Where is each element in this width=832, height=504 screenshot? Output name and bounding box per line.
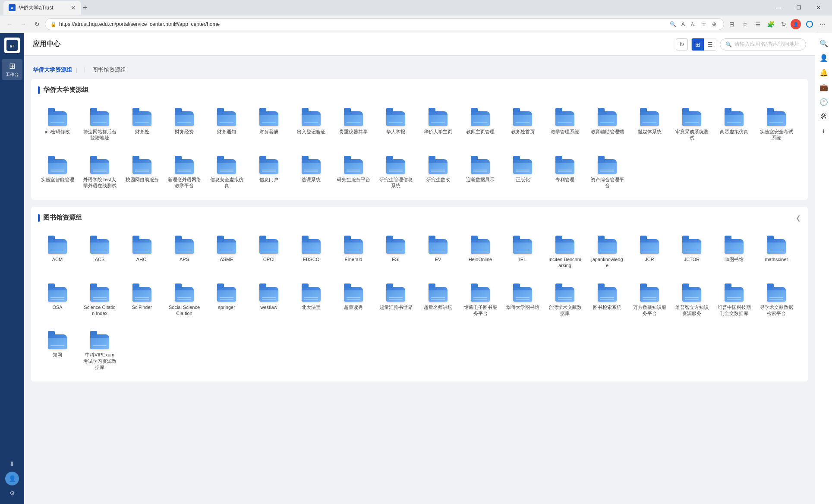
app-item-cjhssj[interactable]: 超量汇雅书世界 (376, 277, 415, 321)
settings-icon[interactable]: ⚙ (6, 487, 18, 499)
app-item-jxgls[interactable]: 教学管理系统 (545, 101, 584, 145)
app-item-cjdyx[interactable]: 超量读秀 (334, 277, 373, 321)
app-item-zlgl[interactable]: 专利管理 (545, 149, 584, 193)
app-item-japanknowledge[interactable]: japanknowledge (588, 229, 627, 273)
app-item-jszym[interactable]: 教师主页管理 (461, 101, 500, 145)
app-item-heloonline[interactable]: HeioOnline (461, 229, 500, 273)
font-size-icon[interactable]: A (679, 20, 687, 28)
refresh-addr-icon[interactable]: ☆ (700, 20, 708, 28)
content-area[interactable]: 华侨大学资源组 | 图书馆资源组 华侨大学资源组 ids密码修改 (24, 56, 815, 504)
app-item-hqdxtssg[interactable]: 华侨大学图书馆 (503, 277, 542, 321)
app-item-jyfzgl[interactable]: 教育辅助管理端 (588, 101, 627, 145)
app-item-hdb[interactable]: 华大学报 (376, 101, 415, 145)
app-item-bdfa[interactable]: 北大法宝 (292, 277, 331, 321)
app-item-jctor[interactable]: JCTOR (672, 229, 711, 273)
new-tab-button[interactable]: + (83, 4, 88, 12)
nav-item-workbench[interactable]: ⊞ 工作台 (2, 59, 22, 80)
app-item-incites[interactable]: Incites-Benchmarking (545, 229, 584, 273)
app-item-mathscinet[interactable]: mathscinet (757, 229, 796, 273)
browser-tab[interactable]: a 华侨大学aTrust ✕ (3, 1, 81, 15)
sync-icon[interactable]: ↻ (778, 18, 790, 30)
app-item-wpzgkj[interactable]: 维普中国科技期刊全文数据库 (715, 277, 753, 321)
app-item-wyxtest[interactable]: 外语学院ltest大学外语在线测试 (80, 149, 119, 193)
app-item-scifinder[interactable]: SciFinder (123, 277, 161, 321)
collections-toolbar-icon[interactable]: ☰ (752, 18, 764, 30)
address-input[interactable]: 🔒 https://atrust.hqu.edu.cn/portal/servi… (45, 18, 724, 30)
tab-close-button[interactable]: ✕ (71, 4, 76, 11)
rs-tools-icon[interactable]: 🛠 (817, 110, 831, 123)
app-item-swxn[interactable]: 商贸虚拟仿真 (715, 101, 753, 145)
app-item-xxmh[interactable]: 信息门户 (249, 149, 288, 193)
app-item-jwcsy[interactable]: 教务处首页 (503, 101, 542, 145)
app-item-iel[interactable]: IEL (503, 229, 542, 273)
sidebar-toggle-icon[interactable]: ⊟ (726, 18, 738, 30)
app-item-twxywx[interactable]: 台湾学术文献数据库 (545, 277, 584, 321)
app-item-ebsco[interactable]: EBSCO (292, 229, 331, 273)
app-item-sysf[interactable]: 实验室安全考试系统 (757, 101, 796, 145)
back-button[interactable]: ← (3, 18, 16, 30)
app-item-acs[interactable]: ACS (80, 229, 119, 273)
app-item-ahci[interactable]: AHCI (123, 229, 161, 273)
app-item-cpci[interactable]: CPCI (249, 229, 288, 273)
app-item-syzngl[interactable]: 实验室智能管理 (38, 149, 77, 193)
profile-icon[interactable]: 👤 (791, 19, 801, 29)
app-item-zczhgl[interactable]: 资产综合管理平台 (588, 149, 627, 193)
app-item-cgcg[interactable]: 审竟采购系统测试 (672, 101, 711, 145)
app-item-yjsfwpt[interactable]: 研究生服务平台 (334, 149, 373, 193)
refresh-button[interactable]: ↻ (676, 38, 688, 50)
group-nav-huaqiao[interactable]: 华侨大学资源组 (33, 66, 77, 74)
app-item-cjmsjt[interactable]: 超量名师讲坛 (419, 277, 457, 321)
close-button[interactable]: ✕ (809, 0, 829, 16)
list-view-button[interactable]: ☰ (704, 38, 716, 50)
app-item-xkxt[interactable]: 选课系统 (292, 149, 331, 193)
app-item-yjsgc[interactable]: 研究生数改 (419, 149, 457, 193)
reader-icon[interactable]: 🔍 (668, 20, 677, 28)
group-nav-library[interactable]: 图书馆资源组 (92, 66, 126, 74)
app-item-hdxy[interactable]: 华侨大学主页 (419, 101, 457, 145)
reload-button[interactable]: ↻ (31, 18, 43, 30)
app-item-cwtx[interactable]: 财务通知 (207, 101, 246, 145)
app-item-lib[interactable]: lib图书馆 (715, 229, 753, 273)
translate-icon[interactable]: A↕ (689, 20, 698, 28)
app-item-springer[interactable]: springer (207, 277, 246, 321)
app-item-aps[interactable]: APS (165, 229, 204, 273)
app-item-ssc[interactable]: Social Science Cia tion (165, 277, 204, 321)
app-item-fzyjgx[interactable]: 贵重仪器共享 (334, 101, 373, 145)
section-expand-icon[interactable]: ❮ (796, 214, 801, 221)
app-item-ev[interactable]: EV (419, 229, 457, 273)
app-item-cnki_vip[interactable]: 中科VIPExam考试学习资源数据库 (80, 324, 119, 375)
more-button[interactable]: ⋯ (816, 18, 829, 30)
collections-icon[interactable]: ⊕ (710, 20, 719, 28)
app-item-ysxss[interactable]: 迎新数据展示 (461, 149, 500, 193)
app-item-rmt[interactable]: 融媒体系统 (630, 101, 669, 145)
download-icon[interactable]: ⬇ (6, 458, 18, 470)
app-item-wfzhjzfw[interactable]: 万方数藏知识服务平台 (630, 277, 669, 321)
app-item-cwc[interactable]: 财务处 (123, 101, 161, 145)
forward-button[interactable]: → (17, 18, 29, 30)
app-item-westlaw[interactable]: westlaw (249, 277, 288, 321)
app-item-xlwy[interactable]: 新理念外语网络教学平台 (165, 149, 204, 193)
app-item-xsxwjc[interactable]: 寻学术文献数据检索平台 (757, 277, 796, 321)
rs-notification-icon[interactable]: 🔔 (817, 66, 831, 79)
app-item-cwjj[interactable]: 财务经费 (165, 101, 204, 145)
app-item-xxaqfz[interactable]: 信息安全虚拟仿真 (207, 149, 246, 193)
grid-view-button[interactable]: ⊞ (692, 38, 704, 50)
rs-plus-icon[interactable]: + (817, 124, 831, 138)
minimize-button[interactable]: — (769, 0, 789, 16)
rs-wallet-icon[interactable]: 💼 (817, 80, 831, 94)
app-item-cwxc[interactable]: 财务薪酬 (249, 101, 288, 145)
app-item-sciindex[interactable]: Science Citation Index (80, 277, 119, 321)
app-item-boda[interactable]: 博达网站群后台登陆地址 (80, 101, 119, 145)
rs-history-icon[interactable]: 🕐 (817, 95, 831, 109)
app-item-gcdzsfw[interactable]: 馆藏电子图书服务平台 (461, 277, 500, 321)
app-item-jcr[interactable]: JCR (630, 229, 669, 273)
user-avatar[interactable]: 👤 (5, 472, 19, 485)
app-item-asme[interactable]: ASME (207, 229, 246, 273)
rs-search-icon[interactable]: 🔍 (817, 36, 831, 50)
search-box[interactable]: 🔍 请输入应用名/描述/访问地址 (720, 38, 806, 50)
app-item-acm[interactable]: ACM (38, 229, 77, 273)
favorites-icon[interactable]: ☆ (739, 18, 751, 30)
app-item-zhiwang[interactable]: 知网 (38, 324, 77, 375)
app-item-wpclfzz[interactable]: 维普智立方知识资源服务 (672, 277, 711, 321)
extensions-icon[interactable]: 🧩 (765, 18, 777, 30)
